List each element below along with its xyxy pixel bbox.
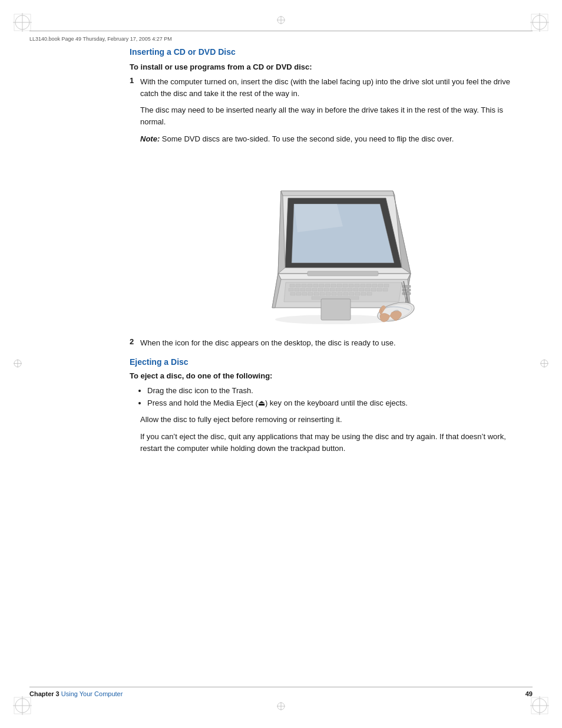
svg-rect-47 xyxy=(337,284,342,287)
svg-rect-61 xyxy=(318,288,323,291)
svg-rect-41 xyxy=(302,284,306,287)
svg-rect-42 xyxy=(308,284,312,287)
svg-rect-88 xyxy=(321,299,351,320)
svg-rect-86 xyxy=(367,292,372,295)
svg-rect-82 xyxy=(343,292,348,295)
top-center-mark xyxy=(276,15,286,27)
svg-rect-74 xyxy=(296,292,301,295)
note-text: Note: Some DVD discs are two-sided. To u… xyxy=(140,133,515,145)
step-1-text: With the computer turned on, insert the … xyxy=(140,76,515,100)
corner-mark-br xyxy=(528,694,551,717)
side-mark-left xyxy=(13,358,22,370)
svg-rect-75 xyxy=(302,292,307,295)
svg-rect-57 xyxy=(295,288,299,291)
svg-rect-73 xyxy=(290,292,295,295)
instruction-ejecting: To eject a disc, do one of the following… xyxy=(130,371,515,380)
svg-rect-60 xyxy=(312,288,317,291)
svg-rect-79 xyxy=(326,292,330,295)
svg-rect-39 xyxy=(290,284,295,287)
svg-rect-55 xyxy=(384,284,389,287)
body-text-1: The disc may need to be inserted nearly … xyxy=(140,104,515,128)
footer-left: Chapter 3 Using Your Computer xyxy=(29,690,123,697)
svg-rect-54 xyxy=(378,284,383,287)
section-title-inserting: Inserting a CD or DVD Disc xyxy=(130,47,515,57)
footer: Chapter 3 Using Your Computer 49 xyxy=(29,687,533,697)
svg-rect-65 xyxy=(342,288,346,291)
eject-body-1: Allow the disc to fully eject before rem… xyxy=(140,414,515,426)
instruction-inserting: To install or use programs from a CD or … xyxy=(130,62,515,71)
eject-bullet-list: Drag the disc icon to the Trash. Press a… xyxy=(147,385,515,410)
svg-rect-44 xyxy=(319,284,324,287)
svg-rect-72 xyxy=(383,288,388,291)
svg-rect-59 xyxy=(306,288,311,291)
section-ejecting: Ejecting a Disc To eject a disc, do one … xyxy=(130,357,515,454)
svg-rect-66 xyxy=(348,288,352,291)
svg-rect-53 xyxy=(372,284,377,287)
chapter-name: Using Your Computer xyxy=(61,690,123,697)
svg-rect-78 xyxy=(320,292,325,295)
laptop-illustration xyxy=(130,156,515,327)
svg-rect-43 xyxy=(313,284,318,287)
svg-rect-81 xyxy=(338,292,342,295)
svg-rect-80 xyxy=(332,292,336,295)
section-inserting: Inserting a CD or DVD Disc To install or… xyxy=(130,47,515,349)
svg-rect-89 xyxy=(402,285,411,288)
step-1-row: 1 With the computer turned on, insert th… xyxy=(130,76,515,100)
svg-rect-67 xyxy=(353,288,358,291)
corner-mark-bl xyxy=(11,694,34,717)
svg-rect-58 xyxy=(300,288,305,291)
header-bar: LL3140.book Page 49 Thursday, February 1… xyxy=(29,31,533,42)
note-label: Note: xyxy=(140,134,160,143)
step-1-number: 1 xyxy=(130,76,140,85)
svg-rect-46 xyxy=(331,284,336,287)
svg-rect-85 xyxy=(361,292,366,295)
svg-rect-51 xyxy=(361,284,365,287)
svg-rect-76 xyxy=(308,292,313,295)
main-content: Inserting a CD or DVD Disc To install or… xyxy=(130,47,515,459)
header-text: LL3140.book Page 49 Thursday, February 1… xyxy=(29,36,172,42)
svg-rect-37 xyxy=(308,271,378,276)
svg-rect-84 xyxy=(355,292,360,295)
svg-rect-45 xyxy=(325,284,330,287)
svg-rect-49 xyxy=(349,284,353,287)
step-2-number: 2 xyxy=(130,337,140,346)
page-number: 49 xyxy=(525,690,533,697)
svg-rect-83 xyxy=(349,292,354,295)
svg-marker-34 xyxy=(281,191,395,196)
section-title-ejecting: Ejecting a Disc xyxy=(130,357,515,367)
eject-body-2: If you can’t eject the disc, quit any ap… xyxy=(140,431,515,454)
step-2-row: 2 When the icon for the disc appears on … xyxy=(130,337,515,349)
bottom-center-mark xyxy=(276,701,286,713)
svg-rect-71 xyxy=(377,288,382,291)
chapter-label: Chapter 3 xyxy=(29,690,59,697)
svg-rect-56 xyxy=(289,288,293,291)
svg-rect-64 xyxy=(336,288,340,291)
bullet-item-2: Press and hold the Media Eject (⏏) key o… xyxy=(147,397,515,410)
svg-rect-69 xyxy=(365,288,370,291)
bullet-item-1: Drag the disc icon to the Trash. xyxy=(147,385,515,397)
svg-rect-63 xyxy=(330,288,335,291)
svg-rect-68 xyxy=(359,288,364,291)
svg-rect-70 xyxy=(371,288,376,291)
step-2-text: When the icon for the disc appears on th… xyxy=(140,337,515,349)
svg-rect-40 xyxy=(296,284,300,287)
note-content: Some DVD discs are two-sided. To use the… xyxy=(160,134,454,143)
svg-rect-50 xyxy=(355,284,359,287)
svg-rect-77 xyxy=(314,292,319,295)
side-mark-right xyxy=(540,358,549,370)
svg-rect-52 xyxy=(366,284,371,287)
svg-rect-62 xyxy=(324,288,329,291)
svg-rect-48 xyxy=(343,284,348,287)
laptop-svg xyxy=(222,156,422,327)
